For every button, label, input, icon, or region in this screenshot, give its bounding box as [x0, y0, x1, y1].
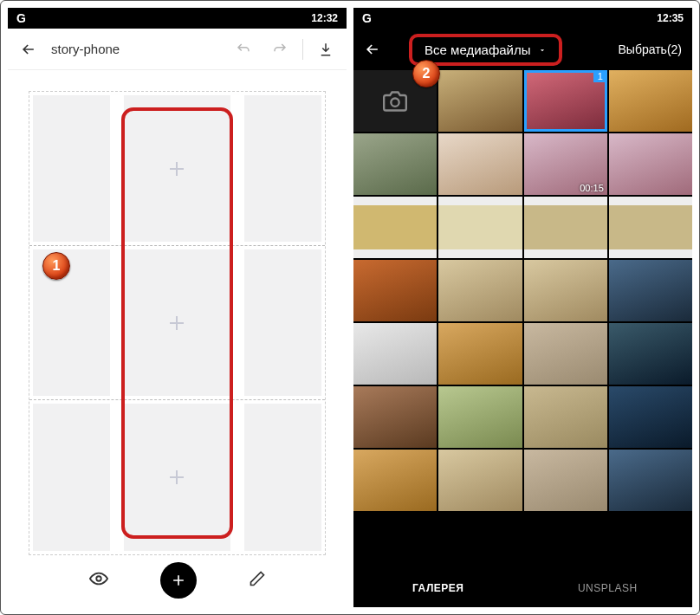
canvas-area: 1 — [8, 70, 347, 607]
chevron-down-icon — [538, 42, 547, 57]
media-thumb[interactable] — [609, 260, 692, 321]
media-picker-screen: G 12:35 Все медиафайлы Выбрать(2) 2 1 00… — [353, 8, 692, 607]
back-arrow-icon[interactable] — [359, 36, 386, 63]
annotation-marker-1: 1 — [42, 252, 70, 280]
placeholder-cell[interactable] — [124, 249, 230, 396]
editor-bottom-bar — [8, 559, 347, 602]
media-thumb[interactable] — [353, 197, 437, 258]
plus-icon — [170, 316, 184, 330]
select-button[interactable]: Выбрать(2) — [613, 42, 688, 56]
template-row — [29, 400, 325, 554]
media-thumb[interactable] — [609, 386, 692, 448]
media-thumb[interactable] — [438, 70, 522, 132]
clock: 12:35 — [657, 12, 684, 24]
picker-tabs: ГАЛЕРЕЯ UNSPLASH — [353, 569, 692, 607]
status-bar: G 12:35 — [353, 8, 692, 29]
google-logo: G — [362, 11, 372, 25]
annotation-marker-2: 2 — [412, 60, 440, 87]
media-thumb[interactable] — [524, 386, 607, 448]
media-thumb[interactable] — [524, 450, 607, 511]
media-thumb[interactable] — [524, 260, 607, 321]
plus-icon — [170, 470, 184, 484]
editor-screen: G 12:32 story-phone — [8, 8, 347, 607]
picker-toolbar: Все медиафайлы Выбрать(2) 2 — [353, 29, 692, 70]
media-thumb[interactable] — [353, 260, 437, 321]
media-thumb[interactable] — [438, 260, 522, 321]
tab-unsplash[interactable]: UNSPLASH — [523, 569, 693, 607]
placeholder-cell[interactable] — [244, 95, 321, 242]
selection-badge: 1 — [593, 70, 607, 82]
tab-gallery[interactable]: ГАЛЕРЕЯ — [353, 569, 523, 607]
media-thumb[interactable] — [609, 197, 692, 258]
media-thumb[interactable] — [609, 450, 692, 511]
svg-point-1 — [391, 98, 399, 106]
media-thumb[interactable] — [353, 386, 437, 448]
media-thumb[interactable] — [438, 197, 522, 258]
placeholder-cell[interactable] — [244, 404, 321, 551]
story-canvas[interactable] — [29, 91, 326, 555]
media-thumb[interactable] — [524, 197, 607, 258]
google-logo: G — [16, 11, 26, 25]
redo-icon[interactable] — [266, 36, 294, 63]
media-thumb[interactable] — [353, 450, 437, 511]
placeholder-cell[interactable] — [33, 404, 110, 551]
media-thumb[interactable] — [609, 133, 692, 195]
plus-icon — [170, 162, 184, 176]
media-grid: 1 00:15 — [353, 70, 692, 569]
media-thumb[interactable] — [438, 133, 522, 195]
media-thumb[interactable] — [353, 133, 437, 195]
svg-point-0 — [96, 576, 101, 581]
media-thumb[interactable]: 1 — [524, 70, 607, 132]
editor-toolbar: story-phone — [8, 29, 347, 70]
media-thumb[interactable] — [353, 323, 437, 385]
media-thumb[interactable] — [438, 386, 522, 448]
media-thumb[interactable] — [524, 323, 607, 385]
undo-icon[interactable] — [230, 36, 257, 63]
preview-icon[interactable] — [89, 569, 108, 592]
placeholder-cell[interactable] — [124, 404, 230, 551]
download-icon[interactable] — [312, 36, 340, 63]
back-arrow-icon[interactable] — [15, 36, 42, 63]
template-row — [29, 92, 325, 246]
media-thumb[interactable] — [609, 70, 692, 132]
project-title: story-phone — [51, 42, 120, 56]
add-button[interactable] — [160, 562, 197, 599]
placeholder-cell[interactable] — [244, 249, 321, 396]
template-row — [29, 246, 325, 400]
dropdown-label: Все медиафайлы — [425, 42, 530, 57]
edit-icon[interactable] — [249, 570, 266, 592]
media-thumb[interactable] — [609, 323, 692, 385]
video-duration: 00:15 — [580, 183, 604, 193]
placeholder-cell[interactable] — [124, 95, 230, 242]
status-bar: G 12:32 — [8, 8, 347, 29]
clock: 12:32 — [311, 12, 338, 24]
media-thumb[interactable] — [438, 323, 522, 385]
placeholder-cell[interactable] — [33, 95, 110, 242]
toolbar-divider — [302, 39, 303, 60]
media-thumb[interactable] — [438, 450, 522, 511]
media-thumb[interactable]: 00:15 — [524, 133, 607, 195]
